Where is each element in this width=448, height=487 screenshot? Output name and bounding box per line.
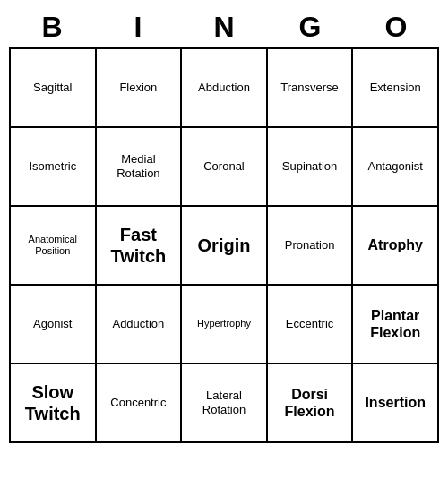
bingo-cell: Lateral Rotation [182,364,268,443]
bingo-cell: Isometric [11,128,97,207]
bingo-cell: Plantar Flexion [353,286,439,364]
bingo-cell: Slow Twitch [11,364,97,443]
bingo-cell: Agonist [11,286,97,364]
bingo-grid: SagittalFlexionAbductionTransverseExtens… [9,47,439,443]
header-letter: B [9,7,95,47]
bingo-cell: Adduction [97,286,183,364]
header-letter: O [353,7,439,47]
bingo-cell: Hypertrophy [182,286,268,364]
bingo-cell: Transverse [268,49,354,128]
bingo-cell: Atrophy [353,207,439,286]
bingo-cell: Origin [182,207,268,286]
bingo-cell: Anatomical Position [11,207,97,286]
header-letter: N [181,7,267,47]
bingo-cell: Coronal [182,128,268,207]
bingo-cell: Fast Twitch [97,207,183,286]
bingo-cell: Medial Rotation [97,128,183,207]
bingo-cell: Concentric [97,364,183,443]
bingo-cell: Sagittal [11,49,97,128]
bingo-cell: Antagonist [353,128,439,207]
bingo-card: BINGO SagittalFlexionAbductionTransverse… [9,7,439,443]
bingo-cell: Pronation [268,207,354,286]
bingo-cell: Supination [268,128,354,207]
header-letter: I [95,7,181,47]
bingo-header: BINGO [9,7,439,47]
bingo-cell: Eccentric [268,286,354,364]
bingo-cell: Insertion [353,364,439,443]
bingo-cell: Dorsi Flexion [268,364,354,443]
bingo-cell: Extension [353,49,439,128]
bingo-cell: Abduction [182,49,268,128]
bingo-cell: Flexion [97,49,183,128]
header-letter: G [267,7,353,47]
